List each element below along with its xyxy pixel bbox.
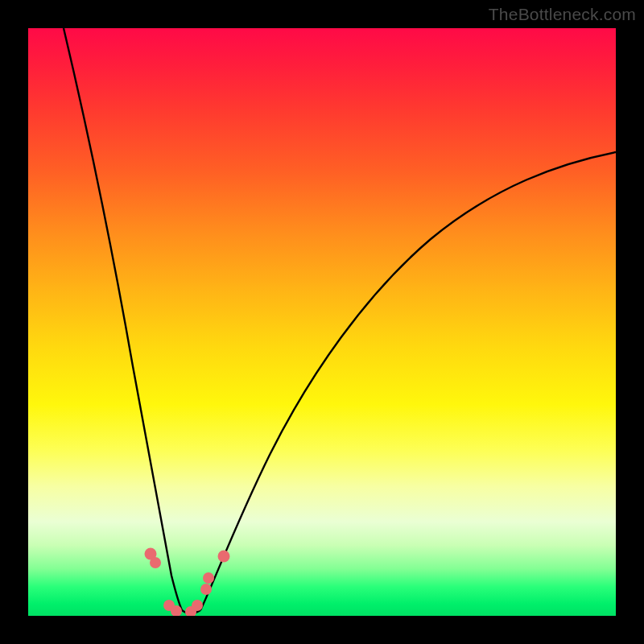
markers-group: [145, 548, 230, 617]
chart-frame: TheBottleneck.com: [0, 0, 644, 644]
bottleneck-curve: [28, 28, 616, 616]
plot-area: [28, 28, 616, 616]
watermark-text: TheBottleneck.com: [489, 5, 636, 24]
curve-left-arm: [64, 28, 182, 610]
marker: [192, 600, 203, 611]
curve-right-arm: [200, 152, 616, 610]
marker: [200, 584, 212, 595]
marker: [203, 572, 214, 584]
marker: [150, 557, 161, 568]
marker: [218, 551, 230, 563]
